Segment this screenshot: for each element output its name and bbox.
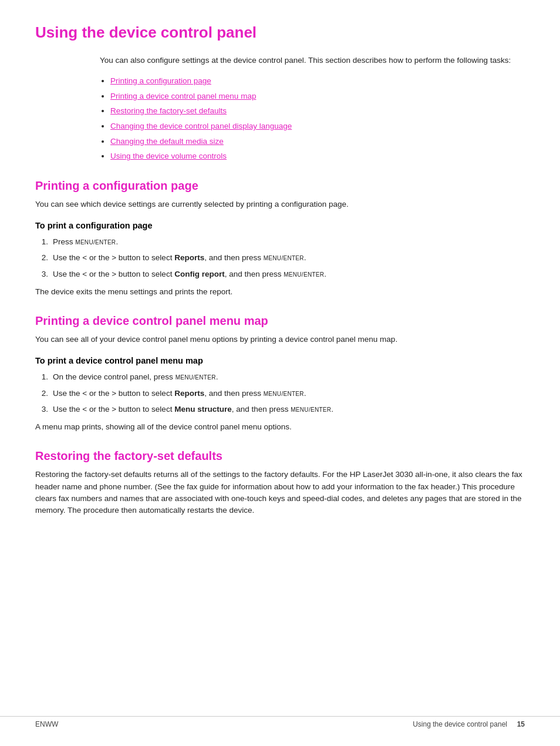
bullet-item: Restoring the factory-set defaults <box>110 105 525 117</box>
bullet-item: Printing a configuration page <box>110 75 525 88</box>
bullet-item: Changing the device control panel displa… <box>110 120 525 133</box>
footer-right-label: Using the device control panel <box>413 720 507 728</box>
section1-sub-title: To print a configuration page <box>35 221 525 230</box>
bullet-item: Changing the default media size <box>110 135 525 148</box>
section3-body: Restoring the factory-set defaults retur… <box>35 469 525 516</box>
page-title: Using the device control panel <box>35 23 525 42</box>
step-content: Use the < or the > button to select Repo… <box>53 252 525 264</box>
bullet-link[interactable]: Changing the device control panel displa… <box>110 122 292 130</box>
footer-right: Using the device control panel 15 <box>413 720 525 728</box>
step-num: 2. <box>35 388 48 399</box>
section2-intro: You can see all of your device control p… <box>35 334 525 345</box>
intro-paragraph: You can also configure settings at the d… <box>100 55 525 66</box>
bullet-link[interactable]: Printing a device control panel menu map <box>110 92 256 100</box>
step-num: 1. <box>35 236 48 248</box>
step-item: 1.On the device control panel, press MEN… <box>35 371 525 383</box>
section3-title: Restoring the factory-set defaults <box>35 449 525 463</box>
step-content: On the device control panel, press MENU/… <box>53 371 525 383</box>
step-content: Use the < or the > button to select Repo… <box>53 388 525 399</box>
bullet-link[interactable]: Using the device volume controls <box>110 152 227 160</box>
section2-title: Printing a device control panel menu map <box>35 314 525 328</box>
section2-steps: 1.On the device control panel, press MEN… <box>35 371 525 415</box>
section2-sub-title: To print a device control panel menu map <box>35 356 525 365</box>
bullet-link[interactable]: Changing the default media size <box>110 137 224 146</box>
section1-intro: You can see which device settings are cu… <box>35 199 525 210</box>
step-item: 1.Press MENU/ENTER. <box>35 236 525 248</box>
step-num: 3. <box>35 268 48 280</box>
step-num: 1. <box>35 371 48 383</box>
section2-note: A menu map prints, showing all of the de… <box>35 421 525 433</box>
bullet-link[interactable]: Printing a configuration page <box>110 76 211 85</box>
step-content: Use the < or the > button to select Conf… <box>53 268 525 280</box>
section1-title: Printing a configuration page <box>35 179 525 193</box>
bullet-item: Using the device volume controls <box>110 150 525 163</box>
section1-steps: 1.Press MENU/ENTER.2.Use the < or the > … <box>35 236 525 280</box>
step-item: 3.Use the < or the > button to select Co… <box>35 268 525 280</box>
page-footer: ENWW Using the device control panel 15 <box>0 716 560 728</box>
footer-left: ENWW <box>35 720 58 728</box>
step-content: Use the < or the > button to select Menu… <box>53 404 525 415</box>
footer-page-num: 15 <box>517 720 525 728</box>
step-item: 2.Use the < or the > button to select Re… <box>35 252 525 264</box>
section1-note: The device exits the menu settings and p… <box>35 286 525 298</box>
step-item: 3.Use the < or the > button to select Me… <box>35 404 525 415</box>
step-content: Press MENU/ENTER. <box>53 236 525 248</box>
step-num: 3. <box>35 404 48 415</box>
bullet-item: Printing a device control panel menu map <box>110 90 525 103</box>
toc-list: Printing a configuration pagePrinting a … <box>110 75 525 163</box>
step-num: 2. <box>35 252 48 264</box>
bullet-link[interactable]: Restoring the factory-set defaults <box>110 106 227 115</box>
step-item: 2.Use the < or the > button to select Re… <box>35 388 525 399</box>
